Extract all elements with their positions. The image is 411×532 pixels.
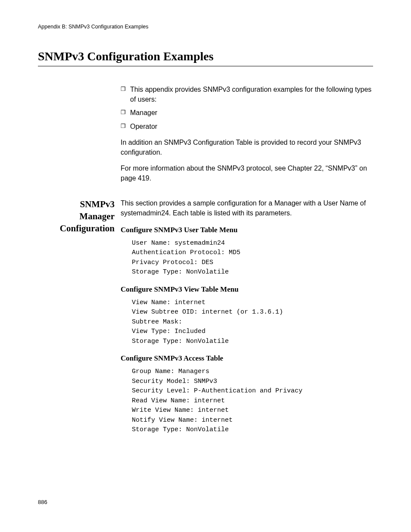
bullet-icon: ❒ — [121, 84, 130, 93]
bullet-icon: ❒ — [121, 121, 130, 131]
code-block: Group Name: Managers Security Model: SNM… — [121, 367, 373, 435]
sub-heading: Configure SNMPv3 Access Table — [121, 354, 373, 363]
bullet-icon: ❒ — [121, 108, 130, 117]
code-block: User Name: systemadmin24 Authentication … — [121, 239, 373, 277]
section-lead: This section provides a sample configura… — [121, 198, 373, 218]
side-heading-line: Manager — [79, 211, 115, 221]
side-heading-line: Configuration — [60, 223, 115, 233]
sub-heading: Configure SNMPv3 User Table Menu — [121, 226, 373, 234]
bullet-text: Operator — [130, 121, 157, 131]
bullet-text: This appendix provides SNMPv3 configurat… — [130, 84, 373, 104]
list-item: ❒ This appendix provides SNMPv3 configur… — [121, 84, 373, 104]
side-heading: SNMPv3 Manager Configuration — [38, 198, 115, 235]
page-title: SNMPv3 Configuration Examples — [38, 50, 373, 66]
bullet-text: Manager — [130, 108, 157, 118]
code-block: View Name: internet View Subtree OID: in… — [121, 298, 373, 347]
page-number: 886 — [38, 499, 47, 505]
paragraph: For more information about the SNMPv3 pr… — [121, 163, 373, 183]
list-item: ❒ Operator — [121, 121, 373, 131]
running-header: Appendix B: SNMPv3 Configuration Example… — [38, 24, 373, 30]
side-heading-line: SNMPv3 — [80, 199, 115, 209]
list-item: ❒ Manager — [121, 108, 373, 118]
sub-heading: Configure SNMPv3 View Table Menu — [121, 285, 373, 294]
paragraph: In addition an SNMPv3 Configuration Tabl… — [121, 137, 373, 157]
